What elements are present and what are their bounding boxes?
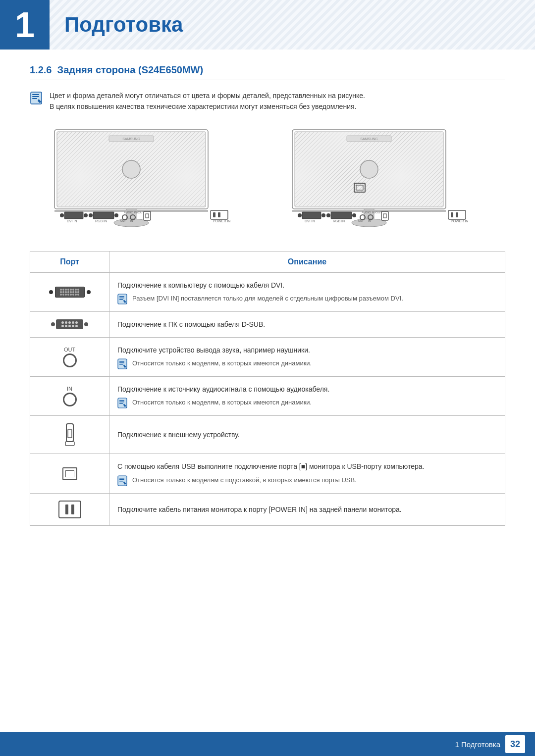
audio-out-circle (63, 353, 77, 367)
port-cell-usb (30, 454, 109, 493)
table-row: OUT Подключите устройство вывода звука, … (30, 337, 505, 376)
note-icon-audio-out (117, 358, 128, 369)
svg-point-48 (326, 213, 330, 217)
audio-out-port-icon: OUT (38, 347, 101, 367)
monitor-diagram-left: SAMSUNG AUDIO IN/OUT (40, 125, 258, 234)
usb-body (62, 467, 77, 480)
desc-cell-audio-out: Подключите устройство вывода звука, напр… (109, 337, 505, 376)
svg-point-18 (89, 213, 93, 217)
footer-label: 1 Подготовка (455, 740, 500, 749)
desc-main-dvi: Подключение к компьютеру с помощью кабел… (117, 280, 497, 291)
table-row: Подключение к ПК с помощью кабеля D-SUB. (30, 312, 505, 337)
dvi-dot-left (49, 290, 53, 294)
svg-point-16 (84, 213, 88, 217)
audio-in-circle (63, 393, 77, 406)
chapter-number: 1 (0, 0, 50, 50)
svg-rect-79 (68, 430, 72, 438)
svg-text:AUDIO IN/OUT: AUDIO IN/OUT (362, 211, 382, 214)
desc-cell-vga: Подключение к ПК с помощью кабеля D-SUB. (109, 312, 505, 337)
svg-text:IN: IN (368, 219, 371, 222)
page-header: 1 Подготовка (0, 0, 535, 50)
svg-rect-3 (32, 98, 37, 99)
svg-rect-74 (119, 400, 124, 401)
svg-rect-25 (144, 211, 151, 220)
desc-main-kensington: Подключение к внешнему устройству. (117, 431, 240, 439)
svg-rect-83 (119, 479, 124, 480)
svg-point-49 (352, 213, 356, 217)
svg-rect-76 (119, 403, 123, 404)
desc-main-audio-in: Подключение к источнику аудиосигнала с п… (117, 384, 497, 395)
svg-text:RGB IN: RGB IN (95, 219, 107, 223)
svg-rect-84 (119, 481, 123, 482)
desc-cell-kensington: Подключение к внешнему устройству. (109, 416, 505, 454)
chapter-title: Подготовка (64, 13, 183, 37)
svg-rect-69 (119, 361, 124, 362)
table-row: IN Подключение к источнику аудиосигнала … (30, 376, 505, 415)
svg-text:OUT: OUT (358, 219, 364, 222)
page-footer: 1 Подготовка 32 (0, 732, 535, 756)
usb-inner (65, 470, 74, 477)
table-row: Подключение к компьютеру с помощью кабел… (30, 272, 505, 311)
section-heading: 1.2.6 Задняя сторона (S24E650MW) (30, 64, 505, 80)
desc-note-dvi: Разъем [DVI IN] поставляется только для … (117, 294, 497, 304)
page-number: 32 (505, 735, 525, 753)
dvi-connector (55, 287, 85, 298)
usb-port-icon (38, 467, 101, 480)
svg-rect-14 (64, 212, 83, 219)
dvi-dot-right (87, 290, 91, 294)
svg-text:AUDIO IN/OUT: AUDIO IN/OUT (124, 211, 144, 214)
svg-point-45 (298, 213, 302, 217)
svg-rect-2 (32, 96, 39, 97)
port-cell-audio-in: IN (30, 376, 109, 415)
desc-note-usb: Относится только к моделям с подставкой,… (117, 475, 497, 486)
desc-cell-power: Подключите кабель питания монитора к пор… (109, 493, 505, 525)
power-port-icon (38, 501, 101, 518)
svg-rect-71 (119, 364, 123, 365)
svg-rect-1 (32, 94, 39, 95)
audio-in-port-icon: IN (38, 386, 101, 406)
svg-text:POWER IN: POWER IN (451, 219, 468, 223)
table-header-desc: Описание (109, 251, 505, 272)
svg-point-10 (122, 160, 140, 178)
desc-cell-audio-in: Подключение к источнику аудиосигнала с п… (109, 376, 505, 415)
desc-main-power: Подключите кабель питания монитора к пор… (117, 505, 402, 513)
audio-out-label: OUT (64, 347, 75, 353)
svg-rect-56 (383, 214, 386, 218)
table-row: Подключите кабель питания монитора к пор… (30, 493, 505, 525)
svg-text:DVI IN: DVI IN (305, 219, 315, 223)
svg-text:RGB IN: RGB IN (333, 219, 345, 223)
kensington-svg (62, 423, 77, 447)
note-icon-usb (117, 475, 128, 486)
svg-rect-26 (146, 214, 149, 218)
vga-pins (61, 321, 78, 327)
vga-dot-right (84, 322, 88, 326)
kensington-port-icon (38, 423, 101, 447)
desc-main-vga: Подключение к ПК с помощью кабеля D-SUB. (117, 320, 265, 328)
svg-text:OUT: OUT (120, 219, 126, 222)
vga-port-icon (51, 319, 88, 329)
svg-rect-78 (66, 424, 73, 442)
svg-point-38 (360, 160, 378, 178)
power-prong-left (65, 504, 68, 514)
svg-rect-17 (93, 212, 114, 219)
port-cell-kensington (30, 416, 109, 454)
power-prong-right (71, 504, 74, 514)
port-cell-power (30, 493, 109, 525)
port-cell-vga (30, 312, 109, 337)
table-row: Подключение к внешнему устройству. (30, 416, 505, 454)
svg-rect-70 (119, 362, 124, 363)
desc-note-text-usb: Относится только к моделям с подставкой,… (132, 475, 357, 486)
desc-main-audio-out: Подключите устройство вывода звука, напр… (117, 345, 497, 355)
svg-text:POWER IN: POWER IN (213, 219, 230, 223)
note-icon-audio-in (117, 398, 128, 408)
note-text: Цвет и форма деталей могут отличаться от… (50, 90, 365, 112)
svg-rect-82 (119, 478, 124, 479)
svg-rect-47 (331, 212, 352, 219)
svg-rect-29 (218, 212, 220, 217)
table-header-port: Порт (30, 251, 109, 272)
svg-rect-66 (119, 299, 123, 300)
svg-text:DVI IN: DVI IN (67, 219, 77, 223)
svg-rect-75 (119, 402, 124, 403)
svg-rect-64 (119, 296, 124, 297)
port-cell-audio-out: OUT (30, 337, 109, 376)
